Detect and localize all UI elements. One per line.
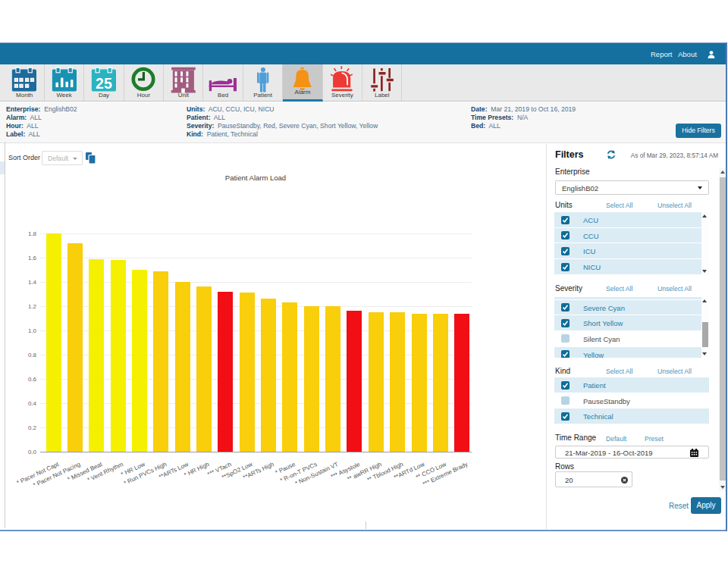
svg-text:25: 25 — [96, 75, 112, 92]
